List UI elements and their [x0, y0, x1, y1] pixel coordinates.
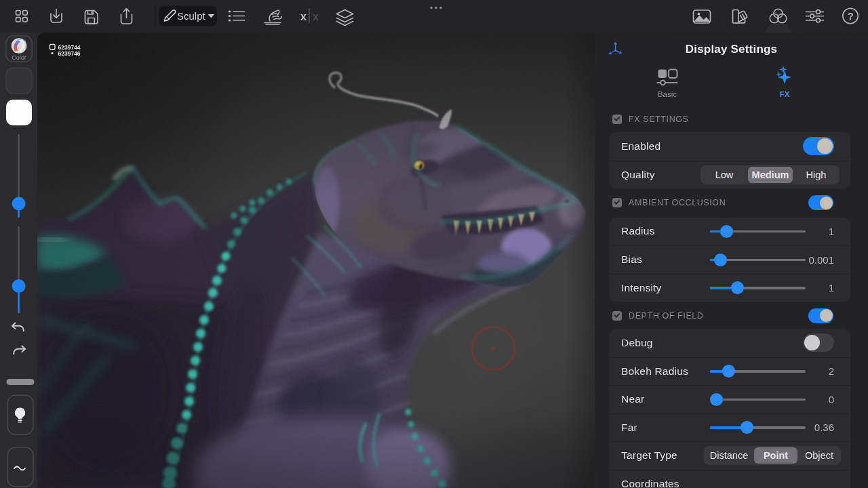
- svg-text:6239746: 6239746: [58, 50, 81, 57]
- svg-text:x: x: [313, 11, 319, 22]
- svg-text:Color: Color: [12, 54, 26, 61]
- svg-text:6239744: 6239744: [58, 44, 81, 51]
- svg-text:x: x: [300, 11, 307, 22]
- svg-text:Sculpt: Sculpt: [177, 10, 206, 22]
- svg-text:?: ?: [848, 10, 854, 22]
